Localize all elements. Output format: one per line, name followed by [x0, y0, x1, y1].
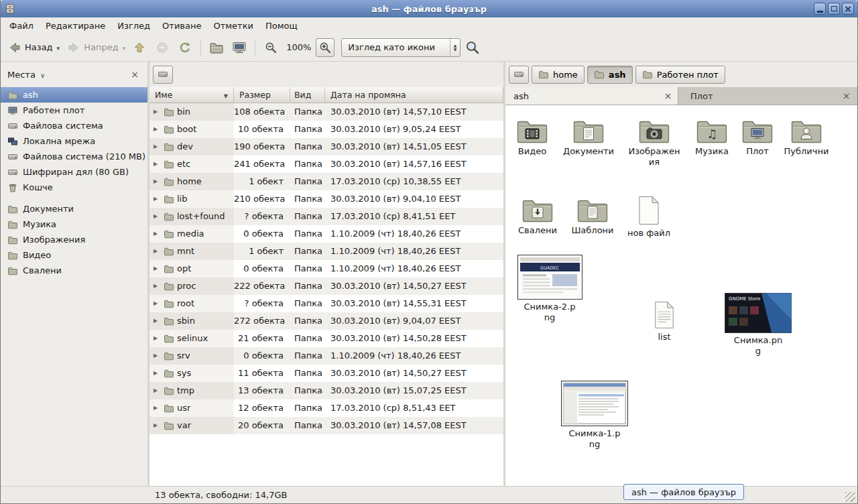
up-button[interactable] [129, 37, 150, 58]
menu-view[interactable]: Изглед [111, 19, 156, 33]
sidebar-item[interactable]: Изображения [1, 232, 147, 247]
icon-view-item[interactable]: нов файл [612, 195, 686, 239]
sidebar-item[interactable]: Работен плот [1, 103, 147, 118]
path-button[interactable]: home [532, 66, 585, 84]
expander-icon[interactable] [154, 382, 161, 399]
expander-icon[interactable] [154, 295, 161, 312]
sidebar-close-button[interactable] [129, 68, 141, 80]
menu-help[interactable]: Помощ [259, 19, 304, 33]
icon-view-item[interactable]: Снимка-1.png [558, 381, 631, 450]
expander-icon[interactable] [154, 312, 161, 330]
maximize-button[interactable] [828, 3, 840, 15]
expander-icon[interactable] [154, 277, 161, 295]
expander-icon[interactable] [154, 347, 161, 365]
computer-button[interactable] [229, 37, 250, 58]
sidebar-item[interactable]: Шифриран дял (80 GB) [1, 164, 147, 180]
icon-view-item[interactable]: list [627, 300, 701, 342]
root-location-button[interactable] [153, 66, 173, 84]
home-folder-icon [209, 40, 224, 55]
tree-row[interactable]: srv0 обектаПапка1.10.2009 (чт) 18,40,26 … [149, 347, 503, 365]
tree-row[interactable]: lib210 обектаПапка30.03.2010 (вт) 9,04,1… [149, 190, 503, 208]
tree-row[interactable]: home1 обектПапка17.03.2010 (ср) 10,38,55… [149, 173, 503, 190]
title-bar[interactable]: ash — файлов браузър [1, 0, 857, 17]
sidebar-item[interactable]: Файлова система [1, 118, 147, 133]
tree-row[interactable]: lost+found? обектаПапка17.03.2010 (ср) 8… [149, 208, 503, 225]
sidebar-item[interactable]: Файлова система (210 MB) [1, 149, 147, 164]
expander-icon[interactable] [154, 208, 161, 225]
sidebar-title-select[interactable]: Места [7, 70, 45, 80]
tab-close-icon[interactable] [841, 90, 852, 102]
sidebar-item[interactable]: Кошче [1, 180, 147, 195]
path-button[interactable]: Работен плот [635, 66, 725, 84]
zoom-out-button[interactable] [260, 37, 282, 58]
folder-icon [522, 196, 554, 223]
expander-icon[interactable] [154, 225, 161, 243]
expander-icon[interactable] [154, 103, 161, 121]
tree-row[interactable]: sys11 обектаПапка30.03.2010 (вт) 14,50,2… [149, 365, 503, 382]
search-button[interactable] [462, 37, 483, 58]
tree-row[interactable]: root? обектаПапка30.03.2010 (вт) 14,55,3… [149, 295, 503, 312]
expander-icon[interactable] [154, 243, 161, 260]
sidebar-item[interactable]: Музика [1, 216, 147, 232]
stop-button[interactable] [151, 37, 173, 58]
home-button[interactable] [206, 37, 227, 58]
view-mode-select[interactable]: Изглед като икони [341, 38, 461, 57]
sidebar-item[interactable]: Свалени [1, 263, 147, 278]
zoom-in-button[interactable] [316, 38, 334, 57]
expander-icon[interactable] [154, 260, 161, 277]
tab-ash[interactable]: ash [505, 87, 678, 105]
icon-view-item[interactable]: GNOME StoreСнимка.png [721, 293, 795, 357]
back-button[interactable]: Назад [4, 38, 56, 58]
tree-row[interactable]: sbin272 обектаПапка30.03.2010 (вт) 9,04,… [149, 312, 503, 330]
sidebar-item[interactable]: Локална мрежа [1, 133, 147, 149]
tree-row[interactable]: opt0 обектаПапка1.10.2009 (чт) 18,40,26 … [149, 260, 503, 277]
menu-file[interactable]: Файл [3, 19, 40, 33]
tree-row[interactable]: var20 обектаПапка30.03.2010 (вт) 14,57,0… [149, 417, 503, 434]
column-header-size[interactable]: Размер [234, 87, 290, 103]
tab-plot[interactable]: Плот [678, 87, 857, 105]
tree-row[interactable]: bin108 обектаПапка30.03.2010 (вт) 14,57,… [149, 103, 503, 121]
sidebar-item[interactable]: Документи [1, 201, 147, 216]
tree-row[interactable]: media0 обектаПапка1.10.2009 (чт) 18,40,2… [149, 225, 503, 243]
sidebar-item[interactable]: ash [1, 87, 147, 103]
main-area: Места ashРаботен плотФайлова системаЛока… [1, 62, 857, 486]
expander-icon[interactable] [154, 399, 161, 417]
forward-history-dropdown[interactable] [123, 40, 128, 55]
expander-icon[interactable] [154, 121, 161, 138]
tab-close-icon[interactable] [662, 90, 674, 102]
icon-view-item[interactable]: Публични [770, 117, 843, 157]
tree-row[interactable]: mnt1 обектПапка1.10.2009 (чт) 18,40,26 E… [149, 243, 503, 260]
expander-icon[interactable] [154, 190, 161, 208]
resize-grip[interactable] [845, 492, 855, 502]
expander-icon[interactable] [154, 173, 161, 190]
minimize-button[interactable] [814, 3, 826, 15]
tree-row[interactable]: etc241 обектаПапка30.03.2010 (вт) 14,57,… [149, 155, 503, 173]
tree-row[interactable]: dev190 обектаПапка30.03.2010 (вт) 14,51,… [149, 138, 503, 155]
expander-icon[interactable] [154, 365, 161, 382]
expander-icon[interactable] [154, 330, 161, 347]
tree-row[interactable]: selinux21 обектаПапка30.03.2010 (вт) 14,… [149, 330, 503, 347]
path-button[interactable]: ash [587, 66, 633, 84]
tree-row[interactable]: tmp13 обектаПапка30.03.2010 (вт) 15,07,2… [149, 382, 503, 399]
tree-row[interactable]: usr12 обектаПапка17.03.2010 (ср) 8,51,43… [149, 399, 503, 417]
tree-row[interactable]: boot10 обектаПапка30.03.2010 (вт) 9,05,2… [149, 121, 503, 138]
expander-icon[interactable] [154, 138, 161, 155]
close-button[interactable] [842, 3, 854, 15]
column-header-name[interactable]: Име [149, 87, 234, 103]
forward-button[interactable]: Напред [63, 38, 121, 58]
expander-icon[interactable] [154, 417, 161, 434]
menu-bookmarks[interactable]: Отметки [207, 19, 259, 33]
expander-icon[interactable] [154, 155, 161, 173]
sidebar-item[interactable]: Видео [1, 247, 147, 263]
icon-view[interactable]: ВидеоДокументиИзображения♫МузикаПлотПубл… [505, 105, 857, 486]
menu-go[interactable]: Отиване [156, 19, 207, 33]
menu-edit[interactable]: Редактиране [40, 19, 111, 33]
column-header-type[interactable]: Вид [290, 87, 325, 103]
icon-view-item[interactable]: Документи [552, 117, 625, 157]
icon-view-item[interactable]: GUADECСнимка-2.png [513, 255, 587, 323]
column-header-date[interactable]: Дата на промяна [325, 87, 503, 103]
reload-button[interactable] [174, 37, 196, 58]
root-location-button[interactable] [509, 66, 529, 84]
tree-row[interactable]: proc222 обектаПапка30.03.2010 (вт) 14,50… [149, 277, 503, 295]
back-history-dropdown[interactable] [57, 40, 62, 55]
